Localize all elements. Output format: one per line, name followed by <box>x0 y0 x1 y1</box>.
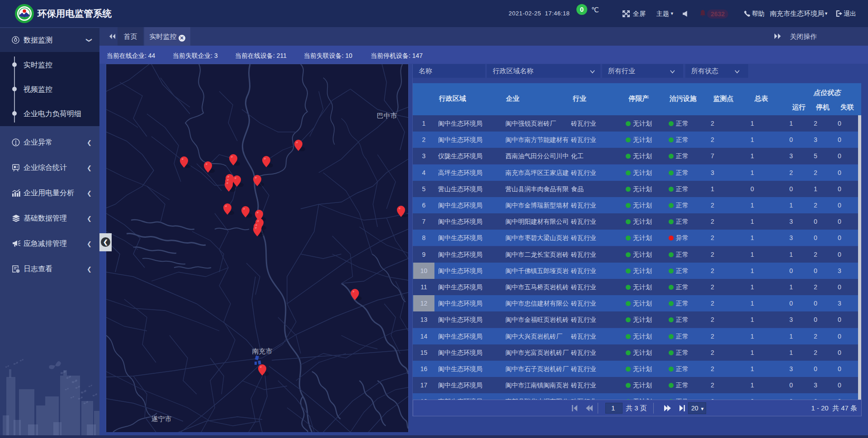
svg-text:遂宁市: 遂宁市 <box>151 415 172 423</box>
svg-text:巴中市: 巴中市 <box>377 112 397 119</box>
svg-text:南充市: 南充市 <box>252 347 273 355</box>
